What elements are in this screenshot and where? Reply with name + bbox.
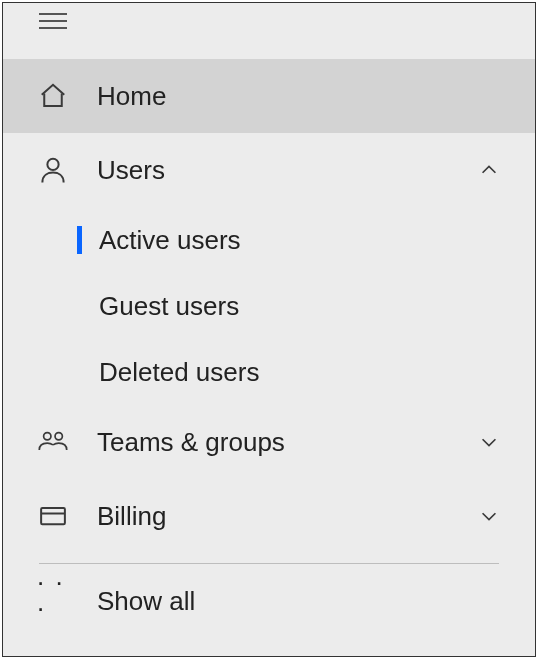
nav-label-teams: Teams & groups <box>97 427 477 458</box>
users-subitems: Active users Guest users Deleted users <box>3 207 535 405</box>
hamburger-menu-button[interactable] <box>39 9 69 33</box>
teams-icon <box>37 426 69 458</box>
svg-point-2 <box>55 433 62 440</box>
nav-label-showall: Show all <box>97 586 501 617</box>
nav-label-users: Users <box>97 155 477 186</box>
svg-point-0 <box>47 159 58 170</box>
home-icon <box>37 80 69 112</box>
sub-item-active-users[interactable]: Active users <box>3 207 535 273</box>
sub-label-deleted-users: Deleted users <box>99 357 259 388</box>
sub-item-deleted-users[interactable]: Deleted users <box>3 339 535 405</box>
billing-icon <box>37 500 69 532</box>
ellipsis-icon: · · · <box>37 585 69 617</box>
nav-item-teams-groups[interactable]: Teams & groups <box>3 405 535 479</box>
nav-item-home[interactable]: Home <box>3 59 535 133</box>
admin-nav-panel: Home Users Active users <box>2 2 536 657</box>
user-icon <box>37 154 69 186</box>
sub-label-guest-users: Guest users <box>99 291 239 322</box>
sub-label-active-users: Active users <box>99 225 241 256</box>
sub-item-guest-users[interactable]: Guest users <box>3 273 535 339</box>
nav-label-home: Home <box>97 81 501 112</box>
active-indicator <box>77 226 82 254</box>
svg-rect-3 <box>41 508 65 524</box>
chevron-down-icon <box>477 504 501 528</box>
chevron-down-icon <box>477 430 501 454</box>
nav-item-show-all[interactable]: · · · Show all <box>3 564 535 638</box>
chevron-up-icon <box>477 158 501 182</box>
nav-item-users[interactable]: Users <box>3 133 535 207</box>
svg-point-1 <box>44 433 51 440</box>
nav-item-billing[interactable]: Billing <box>3 479 535 553</box>
nav-label-billing: Billing <box>97 501 477 532</box>
nav-list: Home Users Active users <box>3 59 535 638</box>
